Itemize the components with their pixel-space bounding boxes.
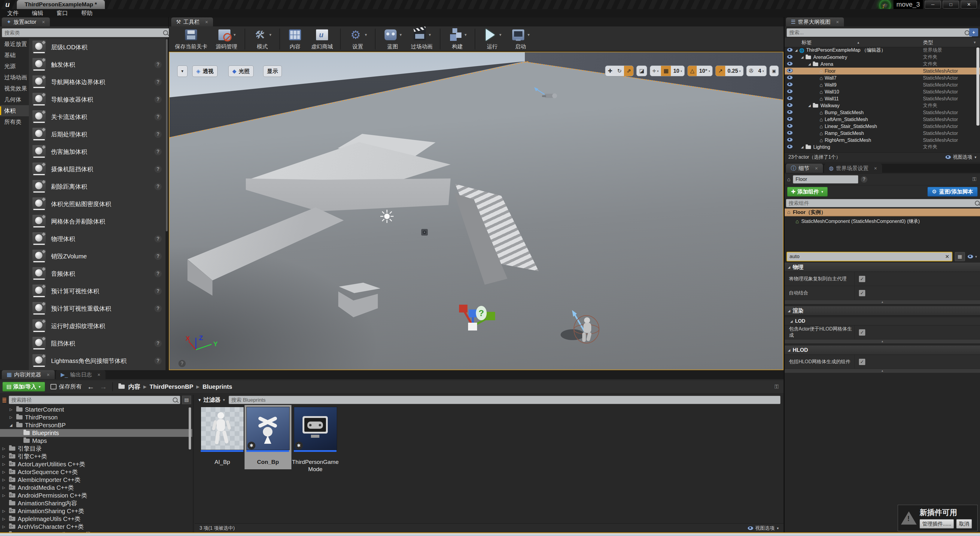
collapsed-arrow-icon[interactable]: ▷ bbox=[2, 509, 6, 513]
section-expand-icon[interactable]: ◢ bbox=[790, 320, 792, 323]
close-icon[interactable]: ✕ bbox=[874, 166, 877, 171]
viewport-lit-button[interactable]: ◆光照 bbox=[228, 65, 254, 77]
volume-item[interactable]: 伤害施加体积 ? bbox=[29, 143, 166, 161]
scale-snap-toggle[interactable]: ↗ bbox=[716, 66, 725, 76]
viewport-options-button[interactable]: ▼ bbox=[177, 65, 188, 77]
details-section-渲染[interactable]: ◢渲染 bbox=[785, 306, 980, 315]
level-title-tab[interactable]: ThirdPersonExampleMap * bbox=[17, 0, 105, 9]
add-component-button[interactable]: ✚添加组件▼ bbox=[787, 187, 828, 197]
close-button[interactable]: ✕ bbox=[961, 1, 977, 8]
camera-speed-value[interactable]: 4▾ bbox=[756, 66, 767, 76]
collapsed-arrow-icon[interactable]: ▷ bbox=[2, 447, 6, 451]
tree-item-AppleImageUtilsC[interactable]: ▷AppleImageUtils C++类 bbox=[0, 515, 192, 523]
volume-item[interactable]: 层级LOD体积 bbox=[29, 38, 166, 56]
tree-item-StarterContent[interactable]: ▷StarterContent bbox=[0, 406, 192, 414]
toolbar-button-settings[interactable]: ⚙▼ 设置 bbox=[344, 28, 372, 50]
help-icon[interactable]: ? bbox=[154, 61, 162, 68]
help-icon[interactable]: ? bbox=[154, 183, 162, 190]
grid-snap-toggle[interactable]: ▦ bbox=[661, 66, 671, 76]
manage-plugins-button[interactable]: 管理插件...... bbox=[920, 519, 954, 528]
tab-content-browser[interactable]: ▦ 内容浏览器 ✕ bbox=[2, 370, 55, 379]
menu-item-0[interactable]: 文件 bbox=[7, 9, 19, 17]
viewport-help-icon[interactable]: ? bbox=[178, 360, 186, 367]
visibility-eye-icon[interactable] bbox=[785, 117, 795, 122]
dropdown-arrow-icon[interactable]: ▼ bbox=[464, 33, 468, 37]
toolbar-button-content[interactable]: 内容 bbox=[283, 28, 307, 50]
volume-item[interactable]: 导航网格体边界体积 ? bbox=[29, 73, 166, 91]
volume-item[interactable]: Lightmass角色间接细节体积 ? bbox=[29, 352, 166, 369]
tree-item-[interactable]: ▷引擎目录 bbox=[0, 445, 192, 452]
camera-speed-icon[interactable]: ✇ bbox=[746, 66, 756, 76]
volume-item[interactable]: 网格体合并剔除体积 bbox=[29, 213, 166, 230]
restore-button[interactable]: □ bbox=[943, 1, 959, 8]
visibility-eye-icon[interactable] bbox=[785, 68, 795, 74]
visibility-eye-icon[interactable] bbox=[785, 131, 795, 136]
dropdown-arrow-icon[interactable]: ▼ bbox=[364, 33, 368, 37]
outliner-header[interactable]: 标签 ▲ 类型 ▼ bbox=[785, 38, 980, 47]
tree-item-ThirdPersonBP[interactable]: ◢ThirdPersonBP bbox=[0, 421, 192, 429]
breadcrumb-blueprints[interactable]: Blueprints bbox=[202, 383, 232, 390]
outliner-row-Wall11[interactable]: ⌂Wall11 StaticMeshActor bbox=[785, 95, 980, 102]
tab-toolbar[interactable]: ⚒ 工具栏 ✕ bbox=[171, 17, 213, 27]
outliner-row-Wall9[interactable]: ⌂Wall9 StaticMeshActor bbox=[785, 81, 980, 88]
volume-item[interactable]: 预计算可视性重载体积 ? bbox=[29, 300, 166, 317]
toolbar-button-modes[interactable]: 🛠▼ 模式 bbox=[248, 28, 277, 50]
help-icon[interactable]: ? bbox=[861, 176, 867, 183]
surface-snap-button[interactable]: ✛▾ bbox=[650, 66, 661, 76]
details-section-LOD[interactable]: ◢LOD bbox=[785, 317, 980, 325]
category-几何体[interactable]: 几何体 bbox=[0, 94, 29, 105]
tree-item-Maps[interactable]: Maps bbox=[0, 437, 192, 445]
collapsed-arrow-icon[interactable]: ▷ bbox=[2, 485, 6, 490]
move-tool-button[interactable]: ✚ bbox=[605, 66, 615, 76]
save-all-button[interactable]: 保存所有 bbox=[51, 383, 82, 391]
volume-item[interactable]: 体积光照贴图密度体积 bbox=[29, 195, 166, 213]
volume-item[interactable]: 运行时虚拟纹理体积 bbox=[29, 317, 166, 335]
collapsed-arrow-icon[interactable]: ▷ bbox=[2, 493, 6, 498]
help-icon[interactable]: ? bbox=[154, 235, 162, 242]
checkbox-checked[interactable]: ✓ bbox=[859, 329, 865, 336]
collapsed-arrow-icon[interactable]: ▷ bbox=[2, 517, 6, 521]
asset-AI_Bp[interactable]: AI_Bp bbox=[199, 405, 246, 468]
volume-item[interactable]: 音频体积 ? bbox=[29, 265, 166, 282]
category-过场动画[interactable]: 过场动画 bbox=[0, 72, 29, 83]
expand-arrow-icon[interactable]: ◢ bbox=[801, 55, 805, 59]
outliner-row-Ramp_StaticMesh[interactable]: ⌂Ramp_StaticMesh StaticMeshActor bbox=[785, 130, 980, 137]
tree-item-Blueprints[interactable]: Blueprints bbox=[0, 429, 192, 437]
scale-tool-button[interactable]: ⇗ bbox=[624, 66, 633, 76]
cb-view-options-button[interactable]: 视图选项▼ bbox=[748, 525, 779, 531]
collapsed-arrow-icon[interactable]: ▷ bbox=[2, 470, 6, 474]
dropdown-arrow-icon[interactable]: ▼ bbox=[269, 33, 272, 37]
outliner-add-filter-icon[interactable]: + bbox=[969, 28, 978, 37]
rotation-snap-toggle[interactable]: △ bbox=[688, 66, 697, 76]
outliner-row-Lighting[interactable]: ◢Lighting 文件夹 bbox=[785, 144, 980, 151]
visibility-eye-icon[interactable] bbox=[785, 75, 795, 81]
outliner-scrollbar[interactable] bbox=[977, 48, 979, 126]
help-icon[interactable]: ? bbox=[154, 357, 162, 364]
help-icon[interactable]: ? bbox=[154, 270, 162, 277]
details-section-HLOD[interactable]: ◢HLOD bbox=[785, 345, 980, 355]
blueprint-add-script-button[interactable]: ⚙蓝图/添加脚本 bbox=[928, 187, 978, 197]
dropdown-arrow-icon[interactable]: ▼ bbox=[428, 33, 432, 37]
help-icon[interactable]: ? bbox=[154, 305, 162, 312]
toolbar-button-source-control[interactable]: ▼ 源码管理 bbox=[212, 28, 242, 50]
component-search-input[interactable]: 搜索组件 bbox=[786, 199, 980, 207]
expand-arrow-icon[interactable]: ◢ bbox=[801, 145, 805, 149]
close-icon[interactable]: ✕ bbox=[205, 20, 208, 24]
collapsed-arrow-icon[interactable]: ▷ bbox=[2, 525, 6, 529]
cancel-button[interactable]: 取消 bbox=[956, 519, 972, 528]
rotate-tool-button[interactable]: ↻ bbox=[615, 66, 624, 76]
tab-world-settings[interactable]: ◍ 世界场景设置 ✕ bbox=[824, 164, 882, 173]
collapsed-arrow-icon[interactable]: ▷ bbox=[10, 415, 14, 420]
expand-arrow-icon[interactable]: ◢ bbox=[795, 48, 799, 52]
outliner-row-RightArm_StaticMesh[interactable]: ⌂RightArm_StaticMesh StaticMeshActor bbox=[785, 137, 980, 144]
visibility-eye-icon[interactable] bbox=[785, 82, 795, 88]
minimize-button[interactable]: ─ bbox=[925, 1, 941, 8]
category-光源[interactable]: 光源 bbox=[0, 61, 29, 72]
outliner-view-options-button[interactable]: 视图选项▼ bbox=[945, 154, 977, 161]
property-matrix-button[interactable]: ▦ bbox=[955, 252, 965, 261]
visibility-eye-icon[interactable] bbox=[785, 62, 795, 67]
outliner-row-Floor[interactable]: ⌂Floor StaticMeshActor bbox=[785, 68, 980, 75]
toolbar-button-build[interactable]: ▼ 构建 bbox=[444, 28, 472, 50]
add-import-button[interactable]: ▤添加/导入▼ bbox=[2, 382, 45, 391]
viewport-show-button[interactable]: 显示 bbox=[263, 65, 282, 77]
